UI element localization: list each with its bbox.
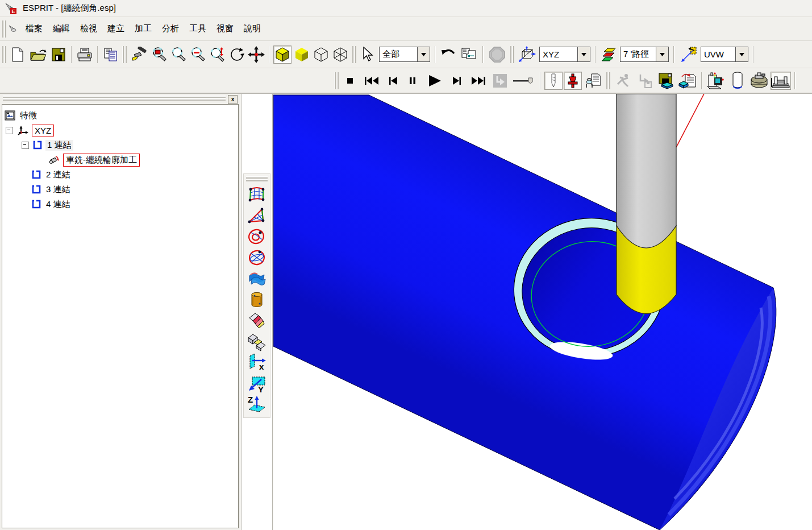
properties-button[interactable] <box>459 45 479 64</box>
open-file-button[interactable] <box>28 45 48 64</box>
save-stock-button[interactable] <box>656 72 676 90</box>
zoom-window-button[interactable] <box>151 45 169 64</box>
tree-node-link3-label[interactable]: 3 連結 <box>44 184 72 195</box>
shaded-view-button[interactable] <box>273 45 292 64</box>
hidden-line-view-button[interactable] <box>331 45 349 64</box>
rotate-view-button[interactable] <box>228 45 246 64</box>
surface-toolbar-grab[interactable] <box>246 176 268 181</box>
show-tool-button[interactable] <box>544 72 563 90</box>
uvw-combo[interactable]: UVW <box>701 47 748 62</box>
tree-header-row: 特徵 <box>5 108 236 123</box>
sphere-surface-button[interactable] <box>245 247 269 268</box>
menubar-grip[interactable] <box>2 20 6 38</box>
menu-create[interactable]: 建立 <box>102 21 130 36</box>
work-plane-dropdown-icon[interactable] <box>577 47 590 61</box>
tree-node-link2[interactable]: 2 連結 <box>5 167 236 182</box>
x-plane-button[interactable]: x <box>245 352 269 373</box>
ruled-surface-button[interactable] <box>245 310 269 331</box>
tree-node-link3[interactable]: 3 連結 <box>5 182 236 197</box>
sim-play-button[interactable] <box>423 72 446 89</box>
zoom-out-button[interactable] <box>189 45 207 64</box>
tree-node-xyz[interactable]: XYZ <box>5 123 236 138</box>
save-button[interactable] <box>49 45 68 64</box>
tree-node-link1-label[interactable]: 1 連結 <box>45 140 73 151</box>
menu-edit[interactable]: 編輯 <box>48 21 75 36</box>
panel-grab-handle[interactable] <box>3 96 226 101</box>
print-button[interactable] <box>76 45 94 64</box>
new-file-button[interactable] <box>9 45 27 64</box>
mesh-surface-button[interactable] <box>245 184 269 205</box>
sim-toolbar-grip[interactable] <box>334 72 339 89</box>
menu-window[interactable]: 視窗 <box>211 21 239 36</box>
tree-node-link4-label[interactable]: 4 連結 <box>44 199 72 210</box>
select-scope-dropdown-icon[interactable] <box>417 47 430 61</box>
revolved-surface-button[interactable] <box>245 289 269 310</box>
triangle-surface-button[interactable] <box>245 205 269 226</box>
sim-step-back-button[interactable] <box>385 72 402 89</box>
sim-stop-button[interactable] <box>342 72 359 89</box>
menu-help[interactable]: 說明 <box>239 21 266 36</box>
select-scope-combo[interactable]: 全部 <box>379 47 430 62</box>
sim-step-forward-button[interactable] <box>448 72 465 89</box>
collapse-box-icon[interactable] <box>6 127 13 134</box>
chain-link-icon <box>32 140 43 150</box>
copy-button[interactable] <box>102 45 120 64</box>
tree-node-millturn-op[interactable]: 車銑-纏繞輪廓加工 <box>5 152 236 167</box>
shaded-no-edges-button[interactable] <box>293 45 311 64</box>
show-holder-button[interactable] <box>564 72 582 90</box>
work-plane-value: XYZ <box>540 49 577 59</box>
select-cursor-button[interactable] <box>359 45 377 64</box>
uvw-value: UVW <box>701 49 735 59</box>
simulation-scene <box>273 94 812 530</box>
collapse-box-icon-2[interactable] <box>22 142 29 149</box>
redraw-button[interactable] <box>129 45 149 64</box>
tree-node-link2-label[interactable]: 2 連結 <box>44 169 72 180</box>
select-scope-value: 全部 <box>380 49 417 60</box>
y-plane-button[interactable]: Y <box>245 373 269 394</box>
toolbar-grip-2[interactable] <box>122 46 127 63</box>
undo-button[interactable] <box>439 45 457 64</box>
tree-node-xyz-label[interactable]: XYZ <box>32 125 54 136</box>
menu-machining[interactable]: 加工 <box>130 21 157 36</box>
zoom-in-out-button[interactable] <box>209 45 227 64</box>
tool-report-button[interactable] <box>583 72 603 90</box>
layer-combo[interactable]: 7 '路徑 <box>620 47 669 62</box>
uvw-dropdown-icon[interactable] <box>735 47 748 61</box>
machine-setup-button[interactable] <box>706 72 726 90</box>
sim-rewind-start-button[interactable] <box>361 72 382 89</box>
menu-bar: 檔案 編輯 檢視 建立 加工 分析 工具 視窗 說明 <box>0 17 812 41</box>
sim-pause-button[interactable] <box>404 72 421 89</box>
tool-holder-shank[interactable] <box>617 94 676 248</box>
menu-view[interactable]: 檢視 <box>75 21 102 36</box>
toolbar-grip-4[interactable] <box>510 46 514 63</box>
work-plane-icon <box>517 45 537 64</box>
pan-button[interactable] <box>247 45 265 64</box>
swept-surface-button[interactable] <box>245 268 269 289</box>
stock-from-file-button[interactable] <box>677 72 698 90</box>
toolbar-grip-3[interactable] <box>352 46 356 63</box>
panel-close-button[interactable]: x <box>228 95 238 104</box>
sim-toolbar-grip-2[interactable] <box>606 72 610 89</box>
tree-node-link1[interactable]: 1 連結 <box>5 138 236 152</box>
menu-file[interactable]: 檔案 <box>20 21 48 36</box>
title-bar: E ESPRIT - [纏繞倒角.esp] <box>0 0 812 17</box>
tree-node-link4[interactable]: 4 連結 <box>5 197 236 212</box>
sim-speed-slider[interactable] <box>511 72 536 89</box>
vise-fixture-button[interactable] <box>771 72 791 90</box>
layer-dropdown-icon[interactable] <box>656 47 668 61</box>
sim-fast-forward-button[interactable] <box>468 72 489 89</box>
menu-analysis[interactable]: 分析 <box>157 21 184 36</box>
stock-display-button[interactable] <box>727 72 748 90</box>
wireframe-view-button[interactable] <box>312 45 330 64</box>
torus-surface-button[interactable] <box>245 226 269 247</box>
zoom-button[interactable] <box>170 45 188 64</box>
toolbar-grip[interactable] <box>2 46 6 63</box>
work-plane-combo[interactable]: XYZ <box>539 47 590 62</box>
z-plane-button[interactable]: Z <box>245 394 269 415</box>
graphics-viewport[interactable] <box>273 94 812 530</box>
tree-node-millturn-op-label[interactable]: 車銑-纏繞輪廓加工 <box>63 154 140 167</box>
axis-icon <box>16 125 29 136</box>
rotary-fixture-button[interactable] <box>749 72 769 90</box>
menu-tools[interactable]: 工具 <box>184 21 211 36</box>
lofted-surface-button[interactable] <box>245 331 269 352</box>
